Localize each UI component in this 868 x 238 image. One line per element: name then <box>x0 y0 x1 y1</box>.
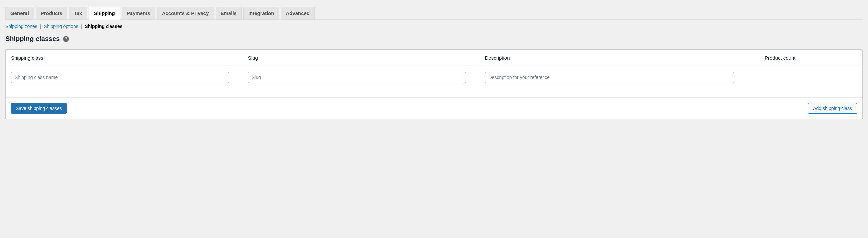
shipping-class-slug-input[interactable] <box>248 72 466 83</box>
table-header: Shipping class Slug Description Product … <box>6 50 862 66</box>
subnav-zones[interactable]: Shipping zones <box>5 24 37 29</box>
cell-slug <box>248 72 485 83</box>
shipping-class-description-input[interactable] <box>485 72 734 83</box>
add-button[interactable]: Add shipping class <box>808 103 857 114</box>
tab-integration[interactable]: Integration <box>243 7 279 19</box>
save-button[interactable]: Save shipping classes <box>11 103 67 114</box>
page-title: Shipping classes <box>5 35 60 43</box>
cell-name <box>11 72 248 83</box>
tab-general[interactable]: General <box>5 7 34 19</box>
cell-count <box>755 72 857 83</box>
tab-advanced[interactable]: Advanced <box>281 7 314 19</box>
col-header-slug: Slug <box>248 55 485 61</box>
table-footer: Save shipping classes Add shipping class <box>6 98 862 119</box>
cell-description <box>485 72 755 83</box>
shipping-class-name-input[interactable] <box>11 72 229 83</box>
shipping-classes-table: Shipping class Slug Description Product … <box>5 49 863 119</box>
col-header-description: Description <box>485 55 755 61</box>
separator: | <box>40 24 41 29</box>
help-icon[interactable]: ? <box>63 36 69 42</box>
separator: | <box>81 24 82 29</box>
subnav-classes: Shipping classes <box>85 24 122 29</box>
table-row <box>6 66 862 98</box>
tab-payments[interactable]: Payments <box>122 7 155 19</box>
col-header-count: Product count <box>755 55 857 61</box>
tab-shipping[interactable]: Shipping <box>89 7 120 20</box>
col-header-name: Shipping class <box>11 55 248 61</box>
tab-tax[interactable]: Tax <box>69 7 87 19</box>
tab-accounts[interactable]: Accounts & Privacy <box>157 7 214 19</box>
tab-emails[interactable]: Emails <box>216 7 242 19</box>
settings-tabs: General Products Tax Shipping Payments A… <box>5 7 863 20</box>
subnav: Shipping zones | Shipping options | Ship… <box>5 24 863 29</box>
page-title-row: Shipping classes ? <box>5 35 863 43</box>
tab-products[interactable]: Products <box>36 7 67 19</box>
subnav-options[interactable]: Shipping options <box>43 24 78 29</box>
